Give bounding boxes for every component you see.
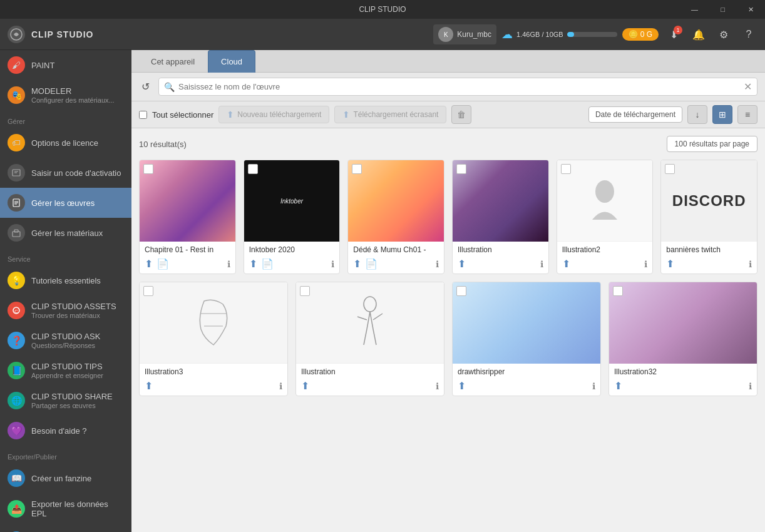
tab-device[interactable]: Cet appareil (138, 50, 208, 73)
bell-button[interactable]: 🔔 (689, 24, 709, 44)
cloud-download-icon-3[interactable]: ⬆ (353, 258, 361, 270)
share-icon: 🌐 (8, 392, 25, 409)
card-title-3: Dédé & Mumu Ch01 - (353, 245, 439, 254)
export-section-label: Exporter/Publier (0, 446, 131, 463)
card-checkbox-9[interactable] (456, 286, 466, 296)
sidebar-item-code[interactable]: Saisir un code d'activatio (0, 158, 131, 188)
info-icon-10[interactable]: ℹ (749, 381, 752, 391)
fanzine-icon: 📖 (8, 469, 25, 487)
cloud-download-icon-10[interactable]: ⬆ (614, 380, 622, 392)
artwork-thumbnail-1 (140, 160, 235, 242)
card-checkbox-8[interactable] (300, 286, 310, 296)
toolbar: ↺ 🔍 ✕ (131, 73, 765, 101)
info-icon-3[interactable]: ℹ (436, 259, 439, 269)
sidebar-item-ask[interactable]: ❓ CLIP STUDIO ASK Questions/Réponses (0, 325, 131, 356)
card-checkbox-6[interactable] (665, 164, 675, 174)
cloud-download-icon-8[interactable]: ⬆ (301, 380, 309, 392)
maximize-button[interactable]: □ (709, 0, 737, 19)
close-button[interactable]: ✕ (737, 0, 765, 19)
artwork-card-5[interactable]: Illustration2 ⬆ ℹ (557, 160, 654, 274)
main-content: K Kuru_mbc ☁ 1.46GB / 10GB 🪙 0 G ⬇ 1 🔔 (131, 19, 765, 532)
help-button[interactable]: ? (739, 24, 759, 44)
search-box: 🔍 ✕ (158, 78, 757, 96)
actionbar: Tout sélectionner ⬆ Nouveau téléchargeme… (131, 101, 765, 128)
info-icon-7[interactable]: ℹ (279, 381, 282, 391)
info-icon-4[interactable]: ℹ (540, 259, 543, 269)
artwork-card-1[interactable]: Chapitre 01 - Rest in ⬆ 📄 ℹ (139, 160, 236, 274)
sidebar-item-manage[interactable]: Gérer les œuvres (0, 188, 131, 218)
sidebar-item-fanzine[interactable]: 📖 Créer un fanzine (0, 463, 131, 493)
sidebar-item-kindle[interactable]: 📱 Publier une BD pour Kindle (0, 524, 131, 532)
delete-button[interactable]: 🗑 (451, 105, 471, 124)
svg-point-12 (595, 180, 614, 203)
refresh-button[interactable]: ↺ (139, 78, 152, 95)
user-badge[interactable]: K Kuru_mbc (433, 24, 496, 44)
svg-text:C: C (14, 309, 18, 314)
cloud-download-icon-2[interactable]: ⬆ (249, 258, 257, 270)
sidebar-item-paint[interactable]: 🖌 PAINT (0, 50, 131, 80)
sidebar-item-modeler[interactable]: 🎭 MODELER Configurer des matériaux... (0, 80, 131, 110)
tab-cloud[interactable]: Cloud (208, 50, 255, 73)
artwork-card-8[interactable]: Illustration ⬆ ℹ (295, 282, 444, 396)
select-all-checkbox[interactable] (139, 111, 147, 119)
artwork-card-2[interactable]: Inktober Inktober 2020 ⬆ 📄 ℹ (244, 160, 341, 274)
sidebar-item-export[interactable]: 📤 Exporter les données EPL (0, 493, 131, 524)
cloud-download-icon-4[interactable]: ⬆ (458, 258, 466, 270)
sidebar-item-share[interactable]: 🌐 CLIP STUDIO SHARE Partager ses œuvres (0, 386, 131, 416)
notification-button[interactable]: ⬇ 1 (664, 24, 684, 44)
file-icon-2[interactable]: 📄 (261, 258, 274, 270)
card-checkbox-7[interactable] (143, 286, 153, 296)
info-icon-9[interactable]: ℹ (592, 381, 595, 391)
artwork-card-4[interactable]: Illustration ⬆ ℹ (452, 160, 549, 274)
sidebar-header: CLIP STUDIO (0, 19, 131, 50)
download-new-button[interactable]: ⬆ Nouveau téléchargement (218, 106, 329, 123)
info-icon-6[interactable]: ℹ (749, 259, 752, 269)
sidebar-item-materials[interactable]: Gérer les matériaux (0, 218, 131, 248)
artwork-card-7[interactable]: Illustration3 ⬆ ℹ (139, 282, 288, 396)
artwork-card-6[interactable]: DISCORD bannières twitch ⬆ ℹ (660, 160, 757, 274)
settings-button[interactable]: ⚙ (714, 24, 734, 44)
sidebar-item-license[interactable]: 🏷 Options de licence (0, 128, 131, 158)
card-checkbox-3[interactable] (352, 164, 362, 174)
storage-fill (567, 32, 575, 37)
cloud-download-icon-6[interactable]: ⬆ (666, 258, 674, 270)
info-icon-8[interactable]: ℹ (436, 381, 439, 391)
sort-direction-button[interactable]: ↓ (687, 105, 707, 124)
cloud-download-icon-7[interactable]: ⬆ (145, 380, 153, 392)
cloud-download-icon-9[interactable]: ⬆ (458, 380, 466, 392)
sidebar-item-assets[interactable]: C CLIP STUDIO ASSETS Trouver des matéria… (0, 295, 131, 325)
info-icon-2[interactable]: ℹ (331, 259, 334, 269)
card-checkbox-5[interactable] (561, 164, 571, 174)
cloud-icon: ☁ (501, 28, 513, 41)
search-clear-icon[interactable]: ✕ (744, 81, 752, 93)
search-input[interactable] (178, 82, 740, 91)
window-title: CLIP STUDIO (359, 5, 406, 14)
artwork-card-3[interactable]: Dédé & Mumu Ch01 - ⬆ 📄 ℹ (347, 160, 444, 274)
card-checkbox-2[interactable] (248, 164, 258, 174)
file-icon-1[interactable]: 📄 (157, 258, 169, 270)
artwork-card-10[interactable]: Illustration32 ⬆ ℹ (608, 282, 757, 396)
per-page-button[interactable]: 100 résultats par page (667, 136, 757, 152)
download-overwrite-button[interactable]: ⬆ Téléchargement écrasant (334, 106, 446, 123)
sort-dropdown[interactable]: Date de téléchargement (588, 106, 682, 123)
card-title-1: Chapitre 01 - Rest in (145, 245, 230, 254)
card-checkbox-10[interactable] (613, 286, 623, 296)
info-icon-1[interactable]: ℹ (227, 259, 230, 269)
file-icon-3[interactable]: 📄 (365, 258, 377, 270)
card-checkbox-1[interactable] (143, 164, 153, 174)
artwork-card-9[interactable]: drawthisripper ⬆ ℹ (452, 282, 601, 396)
sidebar-item-tutorials[interactable]: 💡 Tutoriels essentiels (0, 265, 131, 295)
info-icon-5[interactable]: ℹ (644, 259, 647, 269)
cloud-download-icon-1[interactable]: ⬆ (145, 258, 153, 270)
minimize-button[interactable]: — (680, 0, 709, 19)
cloud-download-icon-5[interactable]: ⬆ (562, 258, 570, 270)
search-icon: 🔍 (164, 82, 175, 92)
artwork-thumbnail-10 (609, 282, 757, 364)
manage-section-label: Gérer (0, 110, 131, 128)
sidebar-item-help[interactable]: 💜 Besoin d'aide ? (0, 416, 131, 446)
sidebar-item-tips[interactable]: 📘 CLIP STUDIO TIPS Apprendre et enseigne… (0, 356, 131, 386)
sidebar-nav: 🖌 PAINT 🎭 MODELER Configurer des matéria… (0, 50, 131, 532)
list-view-button[interactable]: ≡ (737, 105, 757, 124)
card-checkbox-4[interactable] (456, 164, 466, 174)
grid-view-button[interactable]: ⊞ (712, 105, 732, 124)
